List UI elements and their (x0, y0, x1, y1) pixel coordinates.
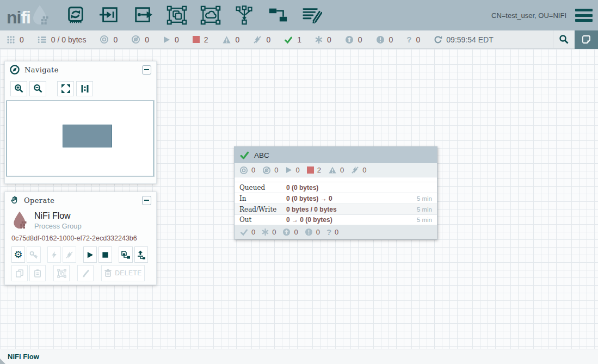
refresh-icon[interactable] (434, 35, 442, 44)
pg-locally-modified-and-stale-count: 0 (305, 228, 320, 236)
locally-modified-and-stale-status: 0 (376, 35, 393, 44)
nifi-drop-icon (30, 4, 49, 26)
navigate-collapse-button[interactable] (142, 65, 151, 75)
output-port-component-icon[interactable] (133, 4, 153, 26)
zoom-out-button[interactable] (29, 81, 46, 96)
copy-button (11, 265, 28, 281)
zoom-in-button[interactable] (10, 81, 27, 96)
disabled-status: 0 (253, 35, 270, 44)
stale-up-arrow-icon (345, 35, 354, 44)
top-toolbar: nifi (0, 0, 598, 30)
processor-component-icon[interactable] (65, 4, 86, 26)
pg-stat-read-write: Read/Write 0 bytes / 0 bytes 5 min (235, 203, 437, 214)
active-threads-icon (7, 35, 15, 44)
flow-status-bar: 0 0 / 0 bytes 0 (0, 30, 598, 49)
pg-transmitting-count: 0 (239, 166, 255, 175)
locally-modified-asterisk-icon (315, 36, 323, 44)
component-toolbar (65, 4, 322, 26)
process-group-drop-icon (11, 211, 28, 230)
stop-button[interactable] (98, 246, 112, 263)
process-group-component-icon[interactable] (167, 4, 187, 26)
key-icon (29, 250, 38, 260)
not-transmitting-icon (131, 35, 140, 44)
remote-process-group-component-icon[interactable] (200, 4, 221, 26)
stopped-status: 2 (193, 35, 208, 44)
zoom-actual-size-button[interactable] (76, 81, 93, 96)
selected-component-type: Process Group (34, 222, 82, 230)
exclamation-circle-icon (376, 35, 385, 44)
stop-square-icon (101, 251, 109, 259)
question-icon: ? (406, 35, 411, 44)
queued-list-icon (38, 35, 47, 44)
stopped-square-icon (193, 36, 200, 43)
pg-stat-in: In 0 (0 bytes) → 0 5 min (235, 193, 437, 203)
start-button[interactable] (83, 246, 97, 263)
selected-component-name: NiFi Flow (34, 211, 82, 221)
pg-running-count: 0 (285, 166, 299, 174)
zoom-fit-button[interactable] (57, 81, 74, 96)
minimap-process-group-rect[interactable] (63, 125, 112, 147)
label-component-icon[interactable] (301, 4, 322, 26)
gear-icon: ⚙ (14, 250, 23, 260)
upload-template-button[interactable] (134, 246, 148, 263)
enable-button (47, 246, 61, 263)
up-to-date-check-icon (284, 35, 293, 44)
template-upload-icon (136, 250, 146, 260)
disabled-bolt-slash-icon (351, 166, 359, 174)
running-status: 0 (163, 35, 179, 44)
navigate-panel: Navigate (4, 61, 157, 184)
invalid-status: 0 (222, 35, 240, 44)
input-port-component-icon[interactable] (99, 4, 120, 26)
process-group-abc[interactable]: ABC 0 (234, 146, 437, 239)
pg-stale-count: 0 (282, 228, 298, 236)
pg-stat-out: Out 0 → 0 (0 bytes) 5 min (235, 214, 437, 225)
disabled-bolt-slash-icon (253, 35, 262, 44)
nifi-logo: nifi (7, 4, 49, 26)
flow-canvas[interactable]: Navigate (0, 49, 598, 349)
delete-label: DELETE (115, 269, 142, 277)
pg-locally-modified-count: 0 (262, 228, 276, 236)
transmitting-icon (239, 166, 248, 175)
brush-icon (81, 269, 90, 278)
create-template-button[interactable] (119, 246, 132, 263)
trash-icon (104, 269, 112, 277)
transmitting-icon (100, 35, 109, 44)
locally-modified-asterisk-icon (262, 229, 269, 236)
breadcrumb-resize-handle[interactable] (0, 359, 5, 364)
delete-button: DELETE (101, 265, 145, 281)
stopped-square-icon (307, 166, 314, 174)
breadcrumb-bar: NiFi Flow (0, 349, 598, 364)
logo-text-fi: fi (21, 9, 30, 26)
stale-status: 0 (345, 35, 362, 44)
search-icon (559, 34, 569, 45)
operate-collapse-button[interactable] (142, 196, 151, 205)
template-save-icon (121, 250, 131, 260)
pg-up-to-date-count: 0 (240, 228, 255, 236)
template-component-icon[interactable] (268, 4, 288, 26)
paste-button (29, 265, 46, 281)
configure-button[interactable]: ⚙ (11, 246, 25, 263)
running-play-icon (285, 166, 292, 174)
search-button[interactable] (553, 30, 575, 49)
disable-button (63, 246, 76, 263)
pg-stat-queued: Queued 0 (0 bytes) (235, 182, 437, 193)
pg-valid-check-icon (240, 151, 249, 159)
sync-failure-status: ? 0 (406, 35, 420, 44)
invalid-warning-icon (328, 166, 337, 174)
up-to-date-status: 1 (284, 35, 301, 44)
transmitting-status: 0 (100, 35, 118, 44)
breadcrumb-root-link[interactable]: NiFi Flow (8, 353, 39, 361)
question-icon: ? (326, 228, 331, 236)
running-play-icon (163, 36, 170, 44)
navigate-title: Navigate (24, 66, 59, 74)
birdseye-minimap[interactable] (7, 101, 154, 176)
global-menu-button[interactable] (575, 9, 593, 22)
operate-panel: Operate NiFi Flow Proces (4, 192, 157, 285)
funnel-component-icon[interactable] (234, 4, 255, 26)
group-selection-icon (57, 269, 66, 278)
bulletin-note-button[interactable] (575, 30, 598, 49)
pg-sync-failure-count: ? 0 (326, 228, 338, 236)
access-policies-button (27, 246, 40, 263)
exclamation-circle-icon (305, 228, 313, 236)
invalid-warning-icon (222, 35, 231, 44)
